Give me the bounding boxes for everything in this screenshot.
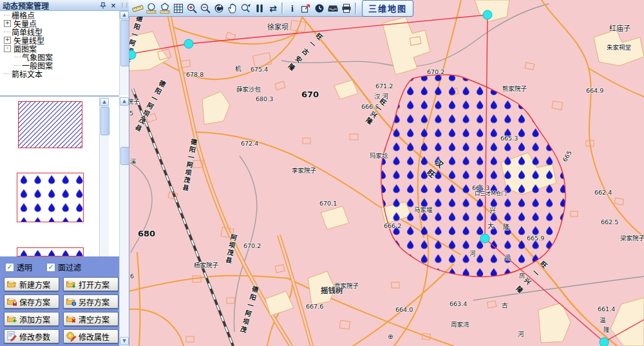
button-label: 打开方案	[79, 279, 109, 290]
grid-view-button[interactable]	[171, 1, 185, 15]
pan-icon	[227, 3, 238, 14]
checkbox-label: 面过滤	[58, 262, 81, 273]
measure-circle-button[interactable]	[144, 1, 158, 15]
pattern-preview-list: ▲	[0, 97, 108, 256]
checkbox-透明[interactable]: ✓透明	[5, 262, 32, 273]
edit-attrs-button[interactable]: 修改属性	[63, 329, 118, 343]
edit-params-button[interactable]: 修改参数	[4, 329, 59, 343]
vertex-handle[interactable]	[483, 10, 493, 20]
panel-title: 动态预案管理	[3, 0, 49, 11]
folder-open-button[interactable]: 打开方案	[63, 277, 118, 291]
identify-icon: i	[287, 3, 298, 14]
tree-item[interactable]: -面图案	[0, 44, 119, 53]
map-canvas[interactable]	[129, 0, 644, 346]
folder-save-icon	[6, 296, 17, 307]
plan-manager-panel: 动态预案管理 × ⋮⋮ 栅格点+矢量点简单线型+矢量线型-面图案气象图案一般图案…	[0, 0, 129, 346]
panel-scrollbar[interactable]: ▲ ▼	[119, 97, 129, 346]
pattern-tile-drops[interactable]	[17, 173, 84, 222]
history-clock-button[interactable]	[312, 1, 326, 15]
scroll-thumb[interactable]	[100, 107, 109, 135]
tree-toggle-icon[interactable]: +	[4, 37, 11, 44]
tree-toggle-icon[interactable]: +	[4, 20, 11, 27]
print-button[interactable]	[339, 1, 353, 15]
tree-item[interactable]: 箭标文本	[0, 70, 119, 78]
grid-view-icon	[173, 3, 184, 14]
checkbox-icon[interactable]: ✓	[46, 263, 55, 272]
folder-clear-button[interactable]: 清空方案	[63, 312, 118, 326]
scroll-down-icon[interactable]: ▼	[120, 337, 129, 345]
output-tray-icon	[327, 3, 339, 14]
previous-view-button[interactable]	[212, 1, 225, 15]
button-label: 修改属性	[79, 331, 109, 342]
folder-new-icon	[6, 279, 17, 289]
layer-tree: 栅格点+矢量点简单线型+矢量线型-面图案气象图案一般图案箭标文本	[0, 11, 119, 95]
export-icon	[300, 3, 312, 14]
previous-view-icon	[213, 3, 225, 14]
vertex-handle[interactable]	[184, 39, 194, 49]
print-icon	[341, 3, 352, 14]
tree-connector	[4, 15, 10, 15]
major-road	[166, 0, 312, 346]
button-label: 保存方案	[19, 296, 50, 307]
button-label: 新建方案	[19, 279, 50, 290]
close-icon[interactable]: ×	[109, 1, 118, 10]
toolbar-separator	[355, 3, 357, 14]
plan-actions-panel: ✓透明✓面过滤 新建方案 打开方案 保存方案 i另存方案 添加方案 清空方案修改…	[0, 256, 119, 346]
scroll-up-icon[interactable]: ▲	[120, 11, 129, 19]
folder-new-button[interactable]: 新建方案	[4, 277, 59, 291]
zoom-window-button[interactable]	[239, 1, 252, 15]
scroll-up-icon[interactable]: ▲	[100, 98, 109, 106]
measure-area-icon	[159, 3, 171, 14]
pause-button[interactable]	[252, 1, 266, 15]
folder-open-icon	[66, 279, 77, 289]
folder-save-button[interactable]: 保存方案	[4, 294, 59, 309]
vertex-handle[interactable]	[480, 234, 490, 244]
folder-saveas-icon: i	[66, 296, 77, 307]
scroll-thumb[interactable]	[120, 147, 129, 165]
gis-application: 徐家坝红庙子朱家祠堂678.8机675.4薛家沙包680.3670680670.…	[0, 0, 644, 346]
map-3d-button[interactable]: 三维地图	[362, 0, 413, 17]
button-label: 另存方案	[79, 296, 109, 307]
tree-item-label: 箭标文本	[12, 68, 43, 79]
tree-connector	[4, 32, 10, 32]
pan-button[interactable]	[225, 1, 239, 15]
measure-circle-icon	[146, 3, 157, 14]
swap-view-button[interactable]: ⇄	[266, 1, 279, 15]
plan-button-grid: 新建方案 打开方案 保存方案 i另存方案 添加方案 清空方案修改参数修改属性	[4, 277, 117, 343]
vertex-handle[interactable]	[600, 338, 609, 346]
panel-titlebar: 动态预案管理 × ⋮⋮	[0, 0, 129, 11]
option-checkboxes: ✓透明✓面过滤	[5, 262, 117, 273]
preview-scrollbar[interactable]: ▲	[99, 97, 109, 256]
zoom-out-button[interactable]	[198, 1, 212, 15]
measure-distance-icon	[132, 3, 144, 14]
zoom-window-icon	[240, 3, 252, 14]
edit-attrs-icon	[66, 331, 77, 341]
pin-icon[interactable]	[99, 1, 108, 10]
folder-add-button[interactable]: 添加方案	[4, 312, 59, 326]
scroll-thumb[interactable]	[120, 20, 129, 66]
zoom-in-icon	[186, 3, 198, 14]
folder-saveas-button[interactable]: i另存方案	[63, 294, 118, 309]
identify-button[interactable]: i	[285, 1, 299, 15]
tree-connector	[14, 65, 21, 66]
checkbox-icon[interactable]: ✓	[5, 263, 14, 272]
pattern-tile-hatch[interactable]	[18, 101, 82, 148]
svg-text:⇄: ⇄	[269, 3, 277, 13]
scroll-up-icon[interactable]: ▲	[120, 97, 129, 106]
tree-connector	[14, 57, 21, 57]
map-toolbar: ⇄i三维地图	[129, 0, 407, 17]
measure-area-button[interactable]	[158, 1, 171, 15]
output-tray-button[interactable]	[326, 1, 339, 15]
pause-icon	[254, 3, 265, 14]
tree-scrollbar[interactable]: ▲	[119, 11, 129, 95]
pattern-tile-partial[interactable]	[17, 247, 84, 256]
zoom-in-button[interactable]	[185, 1, 198, 15]
checkbox-label: 透明	[17, 262, 32, 273]
measure-distance-button[interactable]	[131, 1, 144, 15]
tree-toggle-icon[interactable]: -	[4, 45, 11, 52]
hazard-region[interactable]	[381, 75, 565, 277]
panel-grip-icon[interactable]: ⋮⋮	[119, 2, 128, 8]
svg-text:i: i	[291, 4, 294, 14]
export-button[interactable]	[299, 1, 312, 15]
checkbox-面过滤[interactable]: ✓面过滤	[46, 262, 81, 273]
